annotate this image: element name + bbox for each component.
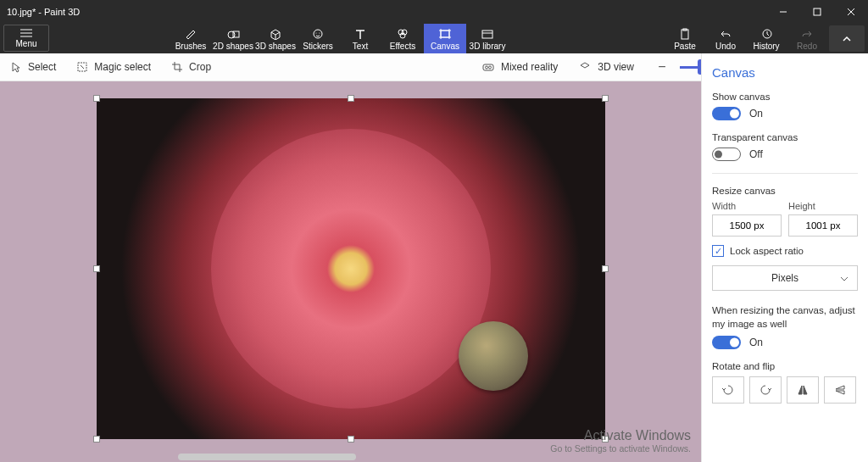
- panel-title: Canvas: [712, 65, 858, 80]
- resize-handle-n[interactable]: [348, 95, 354, 102]
- menu-label: Menu: [15, 39, 36, 48]
- svg-rect-22: [682, 30, 688, 39]
- rotate-flip-label: Rotate and flip: [712, 361, 858, 371]
- checkbox-icon: ✓: [712, 245, 724, 257]
- svg-point-28: [488, 66, 491, 69]
- redo-icon: [801, 28, 813, 40]
- resize-canvas-label: Resize canvas: [712, 186, 858, 196]
- svg-rect-1: [814, 8, 821, 15]
- windows-watermark: Activate Windows Go to Settings to activ…: [550, 428, 691, 454]
- resize-handle-w[interactable]: [93, 265, 100, 272]
- brush-icon: [184, 28, 198, 40]
- show-canvas-toggle[interactable]: [712, 107, 741, 120]
- library-icon: [481, 28, 494, 40]
- resize-handle-e[interactable]: [602, 265, 609, 272]
- tool-stickers[interactable]: Stickers: [297, 24, 339, 53]
- horizontal-scrollbar[interactable]: [178, 454, 356, 460]
- minimize-button[interactable]: [766, 0, 800, 24]
- view-3d-icon: [578, 61, 592, 73]
- undo-icon: [720, 28, 732, 40]
- svg-point-11: [320, 33, 320, 34]
- transparent-canvas-toggle[interactable]: [712, 148, 741, 161]
- history-icon: [760, 28, 772, 40]
- sphere-object[interactable]: [459, 321, 528, 391]
- crop-action[interactable]: Crop: [161, 53, 221, 81]
- sticker-icon: [311, 28, 325, 40]
- resize-handle-sw[interactable]: [93, 436, 100, 443]
- magic-select-icon: [76, 61, 88, 73]
- expand-button[interactable]: [829, 25, 865, 52]
- resize-image-toggle[interactable]: [712, 336, 741, 349]
- close-button[interactable]: [834, 0, 868, 24]
- mixed-reality-action[interactable]: Mixed reality: [471, 53, 568, 81]
- canvas-selection[interactable]: [97, 98, 605, 439]
- maximize-button[interactable]: [800, 0, 834, 24]
- effects-icon: [396, 28, 409, 40]
- history-button[interactable]: History: [746, 24, 787, 53]
- tool-2d-shapes[interactable]: 2D shapes: [212, 24, 254, 53]
- shapes-3d-icon: [269, 28, 282, 40]
- svg-rect-15: [441, 31, 449, 37]
- lock-aspect-checkbox[interactable]: ✓ Lock aspect ratio: [712, 245, 858, 257]
- width-input[interactable]: [712, 214, 782, 237]
- menu-button[interactable]: Menu: [3, 25, 49, 52]
- canvas-panel: Canvas Show canvas On Transparent canvas…: [701, 53, 868, 462]
- height-label: Height: [788, 201, 858, 211]
- paste-icon: [679, 28, 691, 40]
- resize-handle-ne[interactable]: [602, 95, 609, 102]
- zoom-out-button[interactable]: −: [653, 58, 671, 76]
- paste-button[interactable]: Paste: [665, 24, 705, 53]
- select-action[interactable]: Select: [0, 53, 66, 81]
- tool-brushes[interactable]: Brushes: [170, 24, 212, 53]
- flip-horizontal-button[interactable]: [787, 376, 819, 404]
- resize-handle-s[interactable]: [348, 436, 354, 443]
- flip-h-icon: [796, 383, 810, 397]
- rotate-ccw-icon: [721, 383, 735, 397]
- window-title: 10.jpg* - Paint 3D: [0, 7, 80, 17]
- 3d-view-action[interactable]: 3D view: [568, 53, 644, 81]
- cursor-icon: [10, 61, 22, 73]
- main-toolbar: Menu Brushes 2D shapes 3D shapes Sticker…: [0, 24, 868, 53]
- units-combo[interactable]: Pixels: [712, 265, 858, 291]
- hamburger-icon: [20, 29, 32, 37]
- flip-vertical-button[interactable]: [824, 376, 856, 404]
- canvas-icon: [438, 28, 452, 40]
- text-icon: [353, 28, 367, 40]
- shapes-2d-icon: [226, 28, 240, 40]
- undo-button[interactable]: Undo: [705, 24, 746, 53]
- svg-point-10: [316, 33, 317, 34]
- tool-canvas[interactable]: Canvas: [424, 24, 466, 53]
- tool-effects[interactable]: Effects: [381, 24, 424, 53]
- chevron-down-icon: [840, 272, 849, 284]
- mixed-reality-icon: [481, 61, 495, 73]
- resize-handle-nw[interactable]: [93, 95, 100, 102]
- transparent-canvas-state: Off: [749, 148, 763, 160]
- crop-icon: [171, 61, 183, 73]
- transparent-canvas-label: Transparent canvas: [712, 132, 858, 142]
- svg-point-27: [485, 66, 487, 69]
- tool-text[interactable]: Text: [339, 24, 381, 53]
- resize-image-state: On: [749, 337, 763, 348]
- height-input[interactable]: [788, 214, 858, 237]
- redo-button[interactable]: Redo: [787, 24, 827, 53]
- width-label: Width: [712, 201, 782, 211]
- rotate-ccw-button[interactable]: [712, 376, 744, 404]
- resize-note-label: When resizing the canvas, adjust my imag…: [712, 304, 858, 331]
- tool-3d-shapes[interactable]: 3D shapes: [254, 24, 297, 53]
- rotate-cw-button[interactable]: [749, 376, 782, 404]
- chevron-up-icon: [842, 36, 852, 42]
- magic-select-action[interactable]: Magic select: [66, 53, 161, 81]
- titlebar: 10.jpg* - Paint 3D: [0, 0, 868, 24]
- workspace: Activate Windows Go to Settings to activ…: [0, 81, 701, 462]
- flower-image-content: [211, 129, 491, 409]
- flip-v-icon: [833, 383, 847, 397]
- svg-rect-20: [482, 31, 492, 38]
- show-canvas-state: On: [749, 108, 763, 120]
- tool-3d-library[interactable]: 3D library: [466, 24, 509, 53]
- canvas-image[interactable]: [97, 98, 605, 439]
- rotate-cw-icon: [759, 383, 772, 397]
- show-canvas-label: Show canvas: [712, 92, 858, 102]
